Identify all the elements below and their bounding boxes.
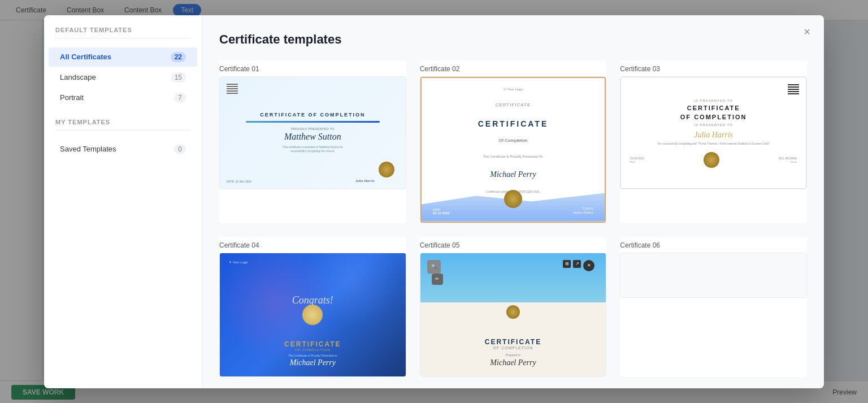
landscape-label: Landscape [60,73,96,81]
cert-05-name: Michael Perry [490,358,536,367]
template-card-04[interactable]: Certificate 04 ✦ Your Logo Congrats! CER… [219,237,406,377]
cert-04-presented: This Certificate Is Proudly Presented to [288,354,337,357]
cert-05-presented: Prepared to [506,353,520,357]
cert-02-logo: ⊙ Your Logo [504,87,523,91]
cert-02-name: Michael Perry [490,170,536,179]
template-thumb-03: IS PRESENTED TO CERTIFICATEOF COMPLETION… [620,76,807,189]
editor-background: Certificate Content Box Content Box Text… [0,0,868,403]
sidebar-item-portrait[interactable]: Portrait 7 [49,88,197,107]
cert-04-preview: ✦ Your Logo Congrats! CERTIFICATE OF COM… [220,253,406,376]
template-thumb-02: ⊙ Your Logo CERTIFICATE CERTIFICATE Of C… [420,76,607,223]
cert-01-badge [379,162,394,177]
my-templates-label: MY TEMPLATES [44,119,202,130]
cert-01-preview: CERTIFICATE OF COMPLETION PROUDLY PRESEN… [220,77,406,189]
all-certificates-count: 22 [171,52,186,62]
template-modal: DEFAULT TEMPLATES All Certificates 22 La… [44,15,824,388]
cert-01-title: CERTIFICATE OF COMPLETION [260,112,365,118]
cert-03-badge [704,152,719,168]
sidebar-item-landscape[interactable]: Landscape 15 [49,68,197,87]
cert-05-sub: OF COMPLETION [493,346,533,350]
default-templates-label: DEFAULT TEMPLATES [44,27,202,38]
cert-02-title: CERTIFICATE [478,119,549,128]
template-thumb-05: ⊞ ↗ ✕ 🔍 ✏ CERTIFICATE OF COMPLETION [420,253,607,377]
cert-05-icon-3: ✕ [583,260,594,271]
cert-03-date: 01/01/2021Date [630,157,644,163]
saved-templates-label: Saved Templates [60,145,116,153]
cert-05-title: CERTIFICATE [485,338,541,346]
cert-05-tool-2: ✏ [432,274,443,285]
template-label-04: Certificate 04 [219,237,406,253]
cert-01-date: DATE: 01 Nov 2022 [227,180,251,183]
cert-03-qr [788,83,799,94]
cert-05-icon-2: ↗ [573,260,581,268]
cert-02-presented: This Certificate Is Proudly Presented To… [483,155,544,158]
close-icon: × [804,25,810,38]
template-card-03[interactable]: Certificate 03 IS PRESENTED TO CERTIFICA… [620,60,807,223]
cert-03-footer: 01/01/2021Date BILL MCMINECoach [630,152,797,168]
cert-03-desc: For successfully completing the "Thrive … [657,142,770,146]
template-label-01: Certificate 01 [219,60,406,76]
modal-title: Certificate templates [219,32,807,47]
modal-overlay: DEFAULT TEMPLATES All Certificates 22 La… [0,0,868,403]
cert-02-coach: COACH:James Peters [572,207,593,215]
template-card-02[interactable]: Certificate 02 ⊙ Your Logo CERTIFICATE C… [420,60,607,223]
cert-03-preview: IS PRESENTED TO CERTIFICATEOF COMPLETION… [620,77,806,189]
cert-05-badge [506,305,520,319]
cert-04-name: Michael Perry [290,358,336,367]
cert-02-label: CERTIFICATE [496,102,531,107]
sidebar-item-all-certificates[interactable]: All Certificates 22 [49,47,197,67]
cert-05-tool-1: 🔍 [427,260,441,274]
template-thumb-06 [620,253,807,298]
cert-04-sub: OF COMPLETION [295,348,331,352]
cert-01-name: Matthew Sutton [284,132,341,142]
template-label-06: Certificate 06 [620,237,807,253]
cert-01-qr [227,83,238,94]
cert-05-icon-1: ⊞ [563,260,571,268]
cert-04-title: CERTIFICATE [284,340,341,348]
portrait-label: Portrait [60,93,84,102]
cert-05-icons: ⊞ ↗ ✕ [563,260,594,271]
cert-03-presented: IS PRESENTED TO [694,99,733,102]
sidebar-item-saved-templates[interactable]: Saved Templates 0 [49,140,197,159]
cert-03-name: Julia Harris [694,131,733,140]
modal-sidebar: DEFAULT TEMPLATES All Certificates 22 La… [44,15,202,388]
template-thumb-04: ✦ Your Logo Congrats! CERTIFICATE OF COM… [219,253,406,377]
cert-02-date-label: DATE:02 11 2022 [433,208,450,215]
cert-03-sub: IS PRESENTED TO [694,123,733,127]
all-certificates-label: All Certificates [60,53,111,61]
cert-01-stripe [246,121,380,123]
cert-04-logo: ✦ Your Logo [229,260,248,264]
modal-content: Certificate templates Certificate 01 CER… [202,15,824,388]
cert-03-sign: BILL MCMINECoach [779,157,797,163]
portrait-count: 7 [174,93,186,103]
cert-02-sub: Of Completion [498,138,527,143]
template-thumb-01: CERTIFICATE OF COMPLETION PROUDLY PRESEN… [219,76,406,189]
saved-templates-count: 0 [174,144,186,154]
template-label-03: Certificate 03 [620,60,807,76]
template-label-02: Certificate 02 [420,60,607,76]
template-label-05: Certificate 05 [420,237,607,253]
cert-01-presented: PROUDLY PRESENTED TO [291,127,335,131]
cert-05-preview: ⊞ ↗ ✕ 🔍 ✏ CERTIFICATE OF COMPLETION [420,253,606,376]
template-grid: Certificate 01 CERTIFICATE OF COMPLETION… [219,60,807,377]
cert-02-preview: ⊙ Your Logo CERTIFICATE CERTIFICATE Of C… [420,77,606,223]
landscape-count: 15 [171,72,186,83]
template-card-01[interactable]: Certificate 01 CERTIFICATE OF COMPLETION… [219,60,406,223]
cert-04-badge [302,305,323,325]
template-card-06[interactable]: Certificate 06 [620,237,807,377]
cert-02-badge [504,190,522,208]
template-card-05[interactable]: Certificate 05 ⊞ ↗ ✕ 🔍 ✏ [420,237,607,377]
cert-01-desc: This certificate is awarded to Matthew S… [283,145,343,154]
section-divider-2 [55,130,190,131]
cert-01-sign: John Harris [355,179,375,183]
modal-close-button[interactable]: × [799,24,815,40]
section-divider-1 [55,38,190,38]
cert-03-title: CERTIFICATEOF COMPLETION [680,104,747,122]
my-templates-section: MY TEMPLATES Saved Templates 0 [44,119,202,159]
